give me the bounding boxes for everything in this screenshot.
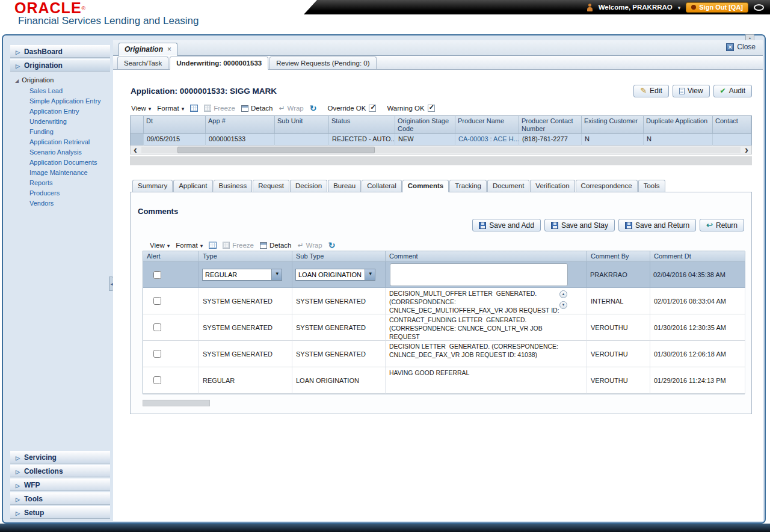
cell-comment-by[interactable]: VEROUTHU [587,341,650,367]
sidebar-item-image-maintenance[interactable]: Image Maintenance [15,168,109,178]
cell-comment-by[interactable]: INTERNAL [587,288,650,314]
sidebar-section-collections[interactable]: Collections [10,465,110,477]
cell-comment-dt[interactable]: 02/01/2016 08:33:04 AM [650,288,745,314]
scroll-left-icon[interactable] [131,146,140,153]
column-header-status[interactable]: Status [329,116,395,134]
cell-duplicate-application[interactable]: N [644,134,713,145]
save-and-add-button[interactable]: Save and Add [472,219,541,231]
cell-comment[interactable]: DECISION_MULTI_OFFER LETTER GENERATED. (… [386,288,587,314]
cell-type[interactable]: SYSTEM GENERATED [199,314,292,341]
wrap-button[interactable]: Wrap [297,242,322,249]
column-header-producer-contact-number[interactable]: Producer Contact Number [519,116,582,134]
save-and-return-button[interactable]: Save and Return [618,219,696,231]
sidebar-section-dashboard[interactable]: DashBoard [10,45,110,58]
column-header-comment-dt[interactable]: Comment Dt [650,251,745,262]
export-to-excel-icon[interactable] [190,105,198,112]
row-select-checkbox[interactable] [153,297,161,305]
format-menu[interactable]: Format [176,242,203,249]
return-button[interactable]: Return [700,219,744,231]
sidebar-item-sales-lead[interactable]: Sales Lead [15,86,109,96]
scrollbar-track[interactable] [141,147,741,153]
comment-scroll-down-icon[interactable] [559,301,567,309]
doc-tab-origination[interactable]: Origination [119,43,177,56]
sidebar-item-producers[interactable]: Producers [15,188,109,198]
cell-comment[interactable]: HAVING GOOD REFERRAL [386,367,587,394]
tab-tools[interactable]: Tools [638,180,665,192]
cell-comment[interactable]: DECISION LETTER GENERATED. (CORRESPONDEN… [386,341,587,367]
refresh-icon[interactable] [310,105,317,112]
tab-business[interactable]: Business [214,180,253,192]
cell-type[interactable]: SYSTEM GENERATED [199,341,292,367]
sidebar-item-funding[interactable]: Funding [15,127,109,137]
sidebar-item-application-documents[interactable]: Application Documents [15,157,109,168]
cell-producer-name[interactable]: CA-00003 : ACE H... [455,134,519,145]
warning-ok-checkbox[interactable] [428,105,435,112]
sidebar-item-scenario-analysis[interactable]: Scenario Analysis [15,147,109,157]
cell-sub-type[interactable]: SYSTEM GENERATED [292,314,386,341]
welcome-caret-icon[interactable] [678,3,681,11]
column-header-producer-name[interactable]: Producer Name [455,116,519,134]
view-menu[interactable]: View [131,105,151,112]
sidebar-item-reports[interactable]: Reports [15,178,109,188]
cell-sub-unit[interactable] [275,134,329,145]
column-header-app-number[interactable]: App # [206,116,275,134]
tab-request[interactable]: Request [253,180,289,192]
tab-correspondence[interactable]: Correspondence [576,180,638,192]
scroll-right-icon[interactable] [742,146,751,153]
cell-app-number[interactable]: 0000001533 [206,134,275,145]
sidebar-section-servicing[interactable]: Servicing [10,451,110,463]
column-header-sub-unit[interactable]: Sub Unit [275,116,329,134]
tab-decision[interactable]: Decision [290,180,327,192]
app-grid-hscrollbar[interactable] [130,145,752,154]
cell-comment-dt[interactable]: 01/29/2016 11:24:13 PM [650,367,745,394]
edit-button[interactable]: Edit [633,85,669,97]
override-ok-checkbox[interactable] [369,105,376,112]
sidebar-item-application-entry[interactable]: Application Entry [15,106,109,117]
row-select-checkbox[interactable] [153,323,161,331]
cell-producer-contact[interactable]: (818)-761-2277 [519,134,582,145]
sub-type-select[interactable]: LOAN ORIGINATION [295,269,375,281]
scrollbar-thumb[interactable] [177,147,375,153]
column-header-dt[interactable]: Dt [144,116,206,134]
column-header-origination-stage-code[interactable]: Origination Stage Code [395,116,455,134]
tab-tracking[interactable]: Tracking [449,180,487,192]
row-select-checkbox[interactable] [153,350,161,358]
tree-expand-icon[interactable] [15,76,19,84]
freeze-button[interactable]: Freeze [204,105,235,112]
cell-comment-by[interactable]: VEROUTHU [587,314,650,341]
column-header-existing-customer[interactable]: Existing Customer [582,116,644,134]
refresh-icon[interactable] [328,242,336,249]
tab-document[interactable]: Document [487,180,529,192]
tab-underwriting[interactable]: Underwriting: 0000001533 [170,57,268,70]
cell-type[interactable]: REGULAR [199,367,292,394]
column-header-type[interactable]: Type [199,251,292,262]
view-menu[interactable]: View [150,242,170,249]
comment-input[interactable] [390,263,568,286]
cell-existing-customer[interactable]: N [582,134,644,145]
column-header-duplicate-application[interactable]: Duplicate Application [644,116,713,134]
tree-node-origination[interactable]: Origination [15,76,109,84]
freeze-button[interactable]: Freeze [223,242,254,249]
cell-sub-type[interactable]: SYSTEM GENERATED [292,341,386,367]
comments-hscroll-thumb[interactable] [143,400,210,406]
sidebar-item-simple-application-entry[interactable]: Simple Application Entry [15,96,109,106]
sidebar-item-underwriting[interactable]: Underwriting [15,117,109,127]
cell-stage-code[interactable]: NEW [395,134,455,145]
tab-summary[interactable]: Summary [132,180,173,192]
export-to-excel-icon[interactable] [209,242,217,249]
tab-comments[interactable]: Comments [402,180,449,192]
alert-checkbox[interactable] [153,271,161,279]
column-header-sub-type[interactable]: Sub Type [292,251,386,262]
column-header-contact[interactable]: Contact [713,116,751,134]
tab-search-task[interactable]: Search/Task [117,57,168,69]
cell-comment-dt[interactable]: 01/30/2016 12:30:35 AM [650,314,745,341]
cell-sub-type[interactable]: SYSTEM GENERATED [292,288,386,314]
tab-verification[interactable]: Verification [530,180,574,192]
detach-button[interactable]: Detach [241,105,273,112]
sidebar-section-tools[interactable]: Tools [10,492,110,505]
sidebar-section-wfp[interactable]: WFP [10,478,110,491]
type-select[interactable]: REGULAR [202,269,282,281]
comment-scroll-up-icon[interactable] [559,290,567,298]
sidebar-item-application-retrieval[interactable]: Application Retrieval [15,137,109,147]
sign-out-button[interactable]: Sign Out [QA] [686,2,748,13]
